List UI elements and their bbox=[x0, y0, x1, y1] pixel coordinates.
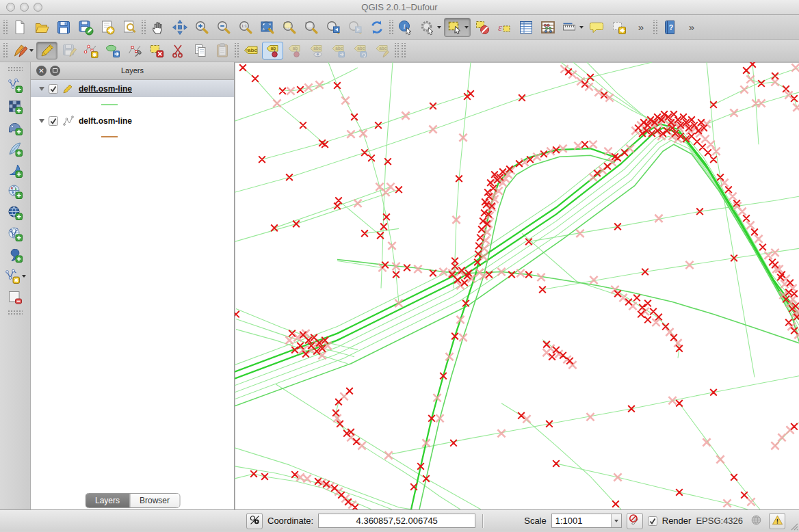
scale-combo[interactable]: 1:1001 bbox=[551, 514, 622, 528]
new-print-composer-button[interactable] bbox=[96, 18, 118, 37]
zoom-native-button[interactable]: 1:1 bbox=[235, 18, 256, 37]
crs-status-button[interactable] bbox=[748, 513, 764, 529]
remove-layer-button[interactable] bbox=[3, 287, 27, 308]
status-bar: Coordinate: Scale 1:1001 Render EPSG:432… bbox=[0, 509, 799, 531]
deselect-all-icon bbox=[474, 19, 490, 36]
toolbar-overflow-button[interactable]: » bbox=[630, 18, 651, 37]
map-line-feature bbox=[556, 464, 748, 509]
new-bookmark-button[interactable] bbox=[608, 18, 629, 37]
open-project-button[interactable] bbox=[31, 18, 52, 37]
pan-to-selection-button[interactable] bbox=[169, 18, 190, 37]
dropdown-arrow-icon[interactable] bbox=[29, 49, 34, 52]
panel-float-icon[interactable] bbox=[50, 66, 60, 76]
panel-tab-layers[interactable]: Layers bbox=[86, 494, 129, 507]
zoom-in-button[interactable] bbox=[191, 18, 212, 37]
zoom-last-button[interactable] bbox=[322, 18, 343, 37]
map-tips-button[interactable] bbox=[586, 18, 607, 37]
help-contents-button[interactable]: ? bbox=[659, 18, 680, 37]
save-project-as-icon bbox=[77, 19, 94, 36]
add-mssql-layer-button[interactable] bbox=[3, 159, 27, 181]
layer-name[interactable]: delft.osm-line bbox=[79, 116, 132, 126]
zoom-window-button[interactable] bbox=[34, 3, 42, 12]
add-feature-button[interactable] bbox=[80, 42, 101, 59]
refresh-icon bbox=[369, 19, 385, 36]
current-edits-button[interactable] bbox=[9, 42, 36, 59]
label-visibility-icon: abc bbox=[309, 42, 325, 59]
identify-features-button[interactable]: i bbox=[395, 18, 416, 37]
zoom-in-icon bbox=[194, 19, 210, 36]
layer-item[interactable]: delft.osm-line bbox=[31, 112, 234, 129]
pan-map-button[interactable] bbox=[147, 18, 168, 37]
dropdown-arrow-icon[interactable] bbox=[437, 26, 441, 29]
cut-features-button[interactable] bbox=[168, 42, 189, 59]
save-project-as-button[interactable] bbox=[75, 18, 96, 37]
label-pin-icon: ab bbox=[265, 42, 281, 59]
add-wfs-layer-button[interactable] bbox=[3, 223, 27, 244]
map-canvas[interactable] bbox=[235, 62, 799, 509]
composer-manager-button[interactable] bbox=[118, 18, 140, 37]
layer-name[interactable]: delft.osm-line bbox=[79, 84, 132, 94]
dropdown-arrow-icon[interactable] bbox=[579, 26, 584, 29]
coordinate-capture-button[interactable] bbox=[246, 513, 263, 529]
move-feature-button[interactable] bbox=[102, 42, 123, 59]
new-shapefile-layer-button[interactable] bbox=[1, 265, 29, 287]
dropdown-arrow-icon[interactable] bbox=[464, 26, 469, 29]
layer-item[interactable]: delft.osm-line bbox=[31, 80, 234, 97]
map-line-feature bbox=[276, 384, 481, 509]
coordinate-input[interactable] bbox=[318, 514, 475, 528]
panel-tab-browser[interactable]: Browser bbox=[129, 494, 179, 507]
zoom-full-button[interactable] bbox=[257, 18, 278, 37]
add-delimited-text-layer-button[interactable] bbox=[3, 244, 27, 265]
dropdown-arrow-icon[interactable] bbox=[22, 275, 26, 278]
open-attribute-table-button[interactable] bbox=[515, 18, 536, 37]
svg-text:abc: abc bbox=[313, 46, 322, 51]
select-by-expression-button[interactable]: ε bbox=[493, 18, 514, 37]
add-wcs-layer-button[interactable] bbox=[3, 202, 27, 223]
zoom-out-button[interactable] bbox=[213, 18, 234, 37]
layer-visibility-checkbox[interactable] bbox=[49, 116, 58, 126]
check-icon bbox=[649, 517, 657, 525]
select-features-rectangle-button[interactable] bbox=[444, 18, 471, 37]
close-window-button[interactable] bbox=[6, 3, 15, 12]
zoom-to-selection-button[interactable] bbox=[278, 18, 300, 37]
stop-rendering-button[interactable] bbox=[627, 513, 643, 529]
deselect-all-button[interactable] bbox=[471, 18, 493, 37]
panel-close-icon[interactable]: ✕ bbox=[36, 66, 47, 76]
map-line-feature bbox=[336, 391, 460, 509]
add-vector-layer-button[interactable] bbox=[3, 75, 27, 96]
copy-features-button[interactable] bbox=[189, 42, 211, 59]
expand-triangle-icon[interactable] bbox=[39, 87, 44, 91]
delete-selected-button[interactable] bbox=[146, 42, 167, 59]
resize-grip[interactable] bbox=[789, 522, 798, 531]
show-statistics-button[interactable] bbox=[537, 18, 558, 37]
toggle-editing-button[interactable] bbox=[36, 42, 57, 59]
render-checkbox[interactable] bbox=[648, 516, 657, 526]
add-postgis-layer-button[interactable] bbox=[3, 117, 27, 138]
add-wms-layer-button[interactable] bbox=[3, 181, 27, 202]
add-raster-layer-button[interactable] bbox=[3, 96, 27, 117]
new-project-icon bbox=[12, 19, 28, 36]
refresh-map-button[interactable] bbox=[366, 18, 387, 37]
new-project-button[interactable] bbox=[9, 18, 30, 37]
node-tool-button[interactable] bbox=[124, 42, 145, 59]
add-spatialite-layer-button[interactable] bbox=[3, 138, 27, 159]
set-label-button[interactable]: ab bbox=[262, 42, 283, 59]
zoom-to-layer-button[interactable] bbox=[300, 18, 322, 37]
toolbar-grip bbox=[8, 310, 23, 316]
save-project-button[interactable] bbox=[53, 18, 74, 37]
measure-line-button[interactable] bbox=[559, 18, 586, 37]
toolbar-overflow-2-button[interactable]: » bbox=[681, 18, 702, 37]
minimize-window-button[interactable] bbox=[20, 3, 29, 12]
save-layer-edits-button bbox=[58, 42, 79, 59]
line-swatch bbox=[101, 104, 118, 105]
map-line-feature bbox=[501, 403, 621, 509]
layer-visibility-checkbox[interactable] bbox=[49, 84, 58, 94]
toolbar-grip bbox=[393, 43, 400, 58]
run-feature-action-button[interactable] bbox=[417, 18, 443, 37]
log-messages-button[interactable] bbox=[769, 513, 785, 529]
save-project-icon bbox=[55, 19, 72, 36]
expand-triangle-icon[interactable] bbox=[39, 119, 44, 123]
layer-labeling-options-button[interactable]: abc bbox=[240, 42, 261, 59]
scale-dropdown-icon[interactable] bbox=[611, 514, 621, 527]
svg-text:abc: abc bbox=[357, 46, 365, 51]
